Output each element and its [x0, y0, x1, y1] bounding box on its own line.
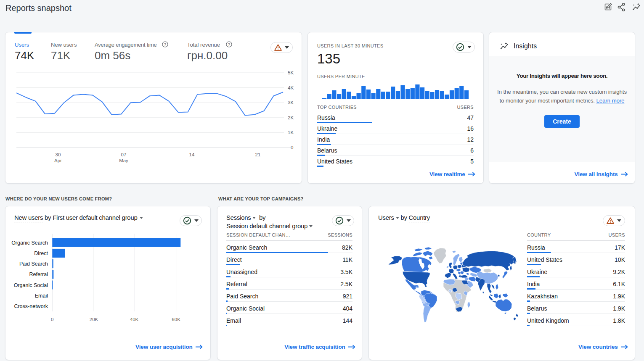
svg-text:Organic Search: Organic Search	[11, 240, 48, 246]
svg-text:1K: 1K	[288, 130, 294, 135]
svg-text:2K: 2K	[288, 115, 294, 120]
svg-text:14: 14	[189, 152, 195, 157]
svg-text:0: 0	[291, 145, 293, 150]
svg-text:Direct: Direct	[34, 250, 48, 256]
svg-text:Apr: Apr	[54, 158, 62, 163]
svg-text:5K: 5K	[288, 70, 294, 75]
svg-text:?: ?	[228, 42, 230, 47]
svg-text:?: ?	[164, 42, 166, 47]
svg-text:3K: 3K	[288, 100, 294, 105]
svg-text:May: May	[119, 158, 128, 163]
svg-text:Cross-network: Cross-network	[14, 303, 48, 309]
svg-text:4K: 4K	[288, 85, 294, 90]
svg-text:07: 07	[121, 152, 127, 157]
svg-text:21: 21	[255, 152, 261, 157]
svg-text:40K: 40K	[130, 317, 139, 322]
svg-text:60K: 60K	[172, 317, 180, 322]
svg-text:Organic Social: Organic Social	[14, 282, 48, 288]
svg-text:Paid Search: Paid Search	[19, 261, 48, 267]
svg-text:0: 0	[51, 317, 53, 322]
svg-text:Email: Email	[35, 293, 48, 299]
svg-text:30: 30	[56, 152, 61, 157]
svg-text:20K: 20K	[90, 317, 98, 322]
svg-text:Referral: Referral	[29, 271, 48, 277]
